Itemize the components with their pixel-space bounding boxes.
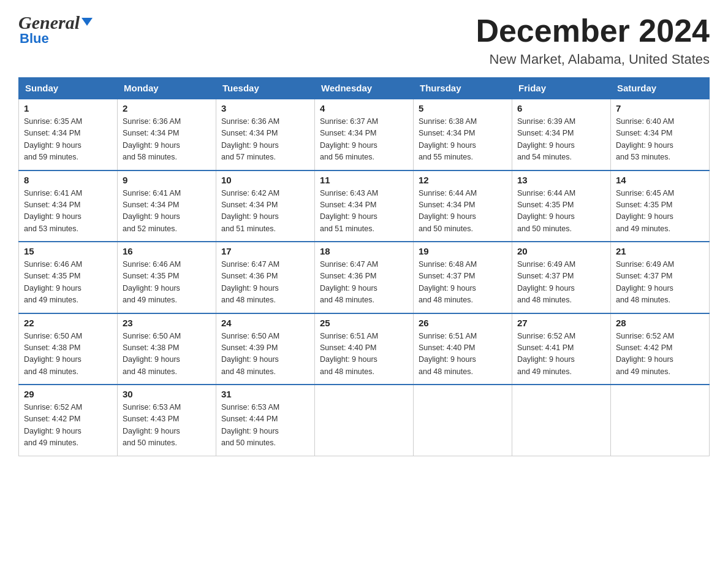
day-info: Sunrise: 6:50 AM Sunset: 4:38 PM Dayligh… xyxy=(123,331,211,378)
day-number: 16 xyxy=(123,246,211,256)
day-number: 12 xyxy=(419,175,507,185)
calendar-week-1: 1 Sunrise: 6:35 AM Sunset: 4:34 PM Dayli… xyxy=(19,99,710,170)
day-number: 23 xyxy=(123,318,211,328)
calendar-cell-day-28: 28 Sunrise: 6:52 AM Sunset: 4:42 PM Dayl… xyxy=(611,313,710,385)
logo: General Blue xyxy=(18,12,93,47)
day-number: 14 xyxy=(616,175,704,185)
day-number: 13 xyxy=(517,175,605,185)
day-info: Sunrise: 6:38 AM Sunset: 4:34 PM Dayligh… xyxy=(419,116,507,164)
calendar-cell-day-25: 25 Sunrise: 6:51 AM Sunset: 4:40 PM Dayl… xyxy=(315,313,414,385)
calendar-cell-day-5: 5 Sunrise: 6:38 AM Sunset: 4:34 PM Dayli… xyxy=(414,99,512,170)
day-info: Sunrise: 6:49 AM Sunset: 4:37 PM Dayligh… xyxy=(517,259,605,307)
calendar-header-row: Sunday Monday Tuesday Wednesday Thursday… xyxy=(19,78,710,99)
calendar-cell-day-16: 16 Sunrise: 6:46 AM Sunset: 4:35 PM Dayl… xyxy=(118,242,216,313)
day-number: 11 xyxy=(320,175,408,185)
calendar-cell-empty xyxy=(315,385,414,456)
day-number: 1 xyxy=(24,103,112,113)
header-friday: Friday xyxy=(512,78,611,99)
day-number: 25 xyxy=(320,318,408,328)
day-info: Sunrise: 6:37 AM Sunset: 4:34 PM Dayligh… xyxy=(320,116,408,164)
calendar-cell-day-24: 24 Sunrise: 6:50 AM Sunset: 4:39 PM Dayl… xyxy=(216,313,315,385)
day-info: Sunrise: 6:39 AM Sunset: 4:34 PM Dayligh… xyxy=(517,116,605,164)
day-info: Sunrise: 6:51 AM Sunset: 4:40 PM Dayligh… xyxy=(320,331,408,378)
day-info: Sunrise: 6:41 AM Sunset: 4:34 PM Dayligh… xyxy=(24,188,112,236)
calendar-cell-day-8: 8 Sunrise: 6:41 AM Sunset: 4:34 PM Dayli… xyxy=(19,170,118,242)
title-block: December 2024 New Market, Alabama, Unite… xyxy=(476,12,710,67)
day-info: Sunrise: 6:46 AM Sunset: 4:35 PM Dayligh… xyxy=(24,259,112,307)
page-title: December 2024 xyxy=(476,12,710,49)
calendar-cell-day-31: 31 Sunrise: 6:53 AM Sunset: 4:44 PM Dayl… xyxy=(216,385,315,456)
calendar-cell-day-17: 17 Sunrise: 6:47 AM Sunset: 4:36 PM Dayl… xyxy=(216,242,315,313)
day-number: 31 xyxy=(221,389,309,399)
day-number: 24 xyxy=(221,318,309,328)
day-number: 2 xyxy=(123,103,211,113)
day-info: Sunrise: 6:36 AM Sunset: 4:34 PM Dayligh… xyxy=(221,116,309,164)
calendar-cell-day-10: 10 Sunrise: 6:42 AM Sunset: 4:34 PM Dayl… xyxy=(216,170,315,242)
day-number: 4 xyxy=(320,103,408,113)
calendar-cell-day-1: 1 Sunrise: 6:35 AM Sunset: 4:34 PM Dayli… xyxy=(19,99,118,170)
day-number: 9 xyxy=(123,175,211,185)
day-number: 22 xyxy=(24,318,112,328)
calendar-cell-empty xyxy=(414,385,512,456)
day-info: Sunrise: 6:35 AM Sunset: 4:34 PM Dayligh… xyxy=(24,116,112,164)
day-info: Sunrise: 6:43 AM Sunset: 4:34 PM Dayligh… xyxy=(320,188,408,236)
calendar-cell-day-29: 29 Sunrise: 6:52 AM Sunset: 4:42 PM Dayl… xyxy=(19,385,118,456)
day-info: Sunrise: 6:51 AM Sunset: 4:40 PM Dayligh… xyxy=(419,331,507,378)
day-info: Sunrise: 6:40 AM Sunset: 4:34 PM Dayligh… xyxy=(616,116,704,164)
header-saturday: Saturday xyxy=(611,78,710,99)
day-number: 18 xyxy=(320,246,408,256)
day-info: Sunrise: 6:53 AM Sunset: 4:44 PM Dayligh… xyxy=(221,402,309,450)
header-tuesday: Tuesday xyxy=(216,78,315,99)
day-info: Sunrise: 6:42 AM Sunset: 4:34 PM Dayligh… xyxy=(221,188,309,236)
logo-arrow-icon xyxy=(82,18,93,26)
header-wednesday: Wednesday xyxy=(315,78,414,99)
day-info: Sunrise: 6:44 AM Sunset: 4:34 PM Dayligh… xyxy=(419,188,507,236)
day-number: 20 xyxy=(517,246,605,256)
calendar-week-5: 29 Sunrise: 6:52 AM Sunset: 4:42 PM Dayl… xyxy=(19,385,710,456)
calendar-cell-day-18: 18 Sunrise: 6:47 AM Sunset: 4:36 PM Dayl… xyxy=(315,242,414,313)
calendar-cell-day-6: 6 Sunrise: 6:39 AM Sunset: 4:34 PM Dayli… xyxy=(512,99,611,170)
day-info: Sunrise: 6:41 AM Sunset: 4:34 PM Dayligh… xyxy=(123,188,211,236)
day-info: Sunrise: 6:46 AM Sunset: 4:35 PM Dayligh… xyxy=(123,259,211,307)
day-info: Sunrise: 6:47 AM Sunset: 4:36 PM Dayligh… xyxy=(320,259,408,307)
calendar-cell-day-13: 13 Sunrise: 6:44 AM Sunset: 4:35 PM Dayl… xyxy=(512,170,611,242)
calendar-cell-empty xyxy=(512,385,611,456)
calendar-cell-day-14: 14 Sunrise: 6:45 AM Sunset: 4:35 PM Dayl… xyxy=(611,170,710,242)
day-info: Sunrise: 6:50 AM Sunset: 4:38 PM Dayligh… xyxy=(24,331,112,378)
day-info: Sunrise: 6:47 AM Sunset: 4:36 PM Dayligh… xyxy=(221,259,309,307)
calendar-cell-day-30: 30 Sunrise: 6:53 AM Sunset: 4:43 PM Dayl… xyxy=(118,385,216,456)
calendar-cell-day-2: 2 Sunrise: 6:36 AM Sunset: 4:34 PM Dayli… xyxy=(118,99,216,170)
calendar-cell-day-15: 15 Sunrise: 6:46 AM Sunset: 4:35 PM Dayl… xyxy=(19,242,118,313)
day-number: 17 xyxy=(221,246,309,256)
calendar-cell-day-21: 21 Sunrise: 6:49 AM Sunset: 4:37 PM Dayl… xyxy=(611,242,710,313)
day-info: Sunrise: 6:44 AM Sunset: 4:35 PM Dayligh… xyxy=(517,188,605,236)
day-number: 8 xyxy=(24,175,112,185)
header-sunday: Sunday xyxy=(19,78,118,99)
day-number: 7 xyxy=(616,103,704,113)
logo-blue: Blue xyxy=(18,31,49,47)
day-info: Sunrise: 6:53 AM Sunset: 4:43 PM Dayligh… xyxy=(123,402,211,450)
header-monday: Monday xyxy=(118,78,216,99)
calendar-week-2: 8 Sunrise: 6:41 AM Sunset: 4:34 PM Dayli… xyxy=(19,170,710,242)
day-number: 5 xyxy=(419,103,507,113)
calendar-cell-day-7: 7 Sunrise: 6:40 AM Sunset: 4:34 PM Dayli… xyxy=(611,99,710,170)
day-number: 3 xyxy=(221,103,309,113)
day-number: 10 xyxy=(221,175,309,185)
calendar-week-4: 22 Sunrise: 6:50 AM Sunset: 4:38 PM Dayl… xyxy=(19,313,710,385)
page-subtitle: New Market, Alabama, United States xyxy=(476,52,710,67)
page-header: General Blue December 2024 New Market, A… xyxy=(18,12,710,67)
day-number: 21 xyxy=(616,246,704,256)
calendar-week-3: 15 Sunrise: 6:46 AM Sunset: 4:35 PM Dayl… xyxy=(19,242,710,313)
day-number: 6 xyxy=(517,103,605,113)
day-number: 30 xyxy=(123,389,211,399)
calendar-cell-day-26: 26 Sunrise: 6:51 AM Sunset: 4:40 PM Dayl… xyxy=(414,313,512,385)
day-number: 28 xyxy=(616,318,704,328)
calendar-cell-day-20: 20 Sunrise: 6:49 AM Sunset: 4:37 PM Dayl… xyxy=(512,242,611,313)
calendar-cell-day-27: 27 Sunrise: 6:52 AM Sunset: 4:41 PM Dayl… xyxy=(512,313,611,385)
day-info: Sunrise: 6:48 AM Sunset: 4:37 PM Dayligh… xyxy=(419,259,507,307)
day-number: 15 xyxy=(24,246,112,256)
day-info: Sunrise: 6:52 AM Sunset: 4:41 PM Dayligh… xyxy=(517,331,605,378)
header-thursday: Thursday xyxy=(414,78,512,99)
day-info: Sunrise: 6:49 AM Sunset: 4:37 PM Dayligh… xyxy=(616,259,704,307)
calendar-table: Sunday Monday Tuesday Wednesday Thursday… xyxy=(18,77,710,456)
